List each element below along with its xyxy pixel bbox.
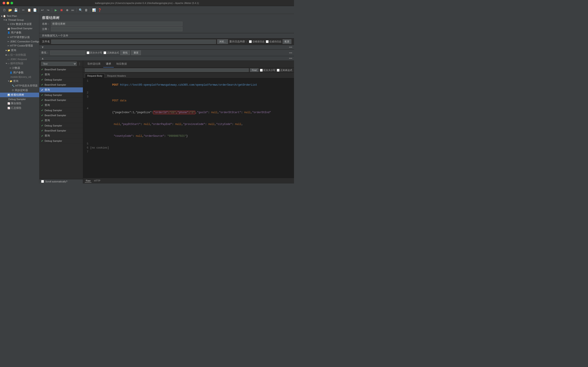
tree-item-user-params1[interactable]: 👤 用户参数 [0, 30, 39, 35]
tab-request[interactable]: 请求 [103, 61, 114, 67]
tab-response-data[interactable]: 响应数据 [114, 61, 130, 67]
all-data-row: 所有数据写入一个文件 [39, 33, 294, 38]
code-regex-checkbox[interactable] [277, 69, 280, 72]
list-item[interactable]: ✔ 查询 [39, 118, 83, 123]
tree-item-csv[interactable]: ✂ CSV 数据文件设置 [0, 22, 39, 26]
copy-btn[interactable]: 📋 [26, 8, 32, 13]
redo-btn[interactable]: ↪ [45, 8, 51, 13]
save-btn[interactable]: 💾 [13, 8, 18, 13]
name-input[interactable] [51, 22, 182, 26]
tree-label: CSV 数据文件设置 [10, 23, 32, 26]
list-item[interactable]: ✔ 查询 [39, 103, 83, 108]
code-find-button[interactable]: Find [250, 68, 259, 72]
list-item[interactable]: ✔ BeanShell Sampler [39, 128, 83, 133]
cut-btn[interactable]: ✂ [21, 8, 26, 13]
check-icon: ✔ [41, 104, 43, 107]
code-case-label[interactable]: 区分大小写 [260, 69, 275, 72]
tree-item-loop-ctrl[interactable]: ▼ ▭ 循环控制器 [0, 61, 39, 66]
sampler-list-dots[interactable]: ⋮ [78, 62, 81, 66]
browse-button[interactable]: 浏览... [217, 39, 228, 44]
case-sensitive-checkbox[interactable] [87, 51, 89, 54]
comment-input[interactable] [51, 27, 182, 31]
tree-item-thread-group[interactable]: ▼ ⚙ Thread Group [0, 18, 39, 22]
find-label: 查找： [41, 51, 49, 55]
tree-item-counter[interactable]: ✂ 计数器 [0, 66, 39, 70]
list-item[interactable]: ✔ Debug Sampler [39, 93, 83, 98]
error-only-label[interactable]: 仅错误日志 [249, 40, 264, 43]
sampler-dropdown[interactable]: Text [41, 62, 77, 66]
tree-item-beanshell1[interactable]: ☕ BeanShell Sampler [0, 26, 39, 30]
filename-input[interactable] [51, 40, 216, 44]
tree-item-once-ctrl[interactable]: ▶ ▭ 仅一次控制器 [0, 53, 39, 57]
code-find-input[interactable] [85, 68, 249, 72]
search-tool-btn[interactable]: 🔍 [78, 8, 83, 13]
window-controls[interactable] [3, 2, 13, 4]
tree-item-jdbc-req[interactable]: ▭ JDBC Request [0, 57, 39, 61]
list-item[interactable]: ✔ Debug Sampler [39, 139, 83, 143]
stop-btn[interactable]: ⏹ [59, 8, 64, 13]
tree-item-result-tree[interactable]: 📊 察看结果树 [0, 93, 39, 97]
close-button[interactable] [3, 2, 5, 4]
list-item[interactable]: ✔ 查询 [39, 133, 83, 139]
remote-btn[interactable]: ⏭ [70, 8, 76, 13]
tree-item-summary-report[interactable]: 📈 汇总报告 [0, 106, 39, 110]
req-tab-body[interactable]: Request Body [85, 74, 105, 78]
list-item[interactable]: ✔ BeanShell Sampler [39, 67, 83, 72]
req-tab-headers[interactable]: Request Headers [105, 74, 128, 78]
tree-item-http-header[interactable]: 🔧 HTTP信息头管理器 [0, 83, 39, 88]
case-sensitive-label[interactable]: 区分大小写 [87, 51, 102, 54]
tree-item-cookie[interactable]: ✂ HTTP Cookie管理器 [0, 43, 39, 48]
case-sensitive-text: 区分大小写 [90, 51, 102, 54]
tree-item-debug-sampler1[interactable]: Debug Sampler [0, 97, 39, 101]
regex-checkbox[interactable] [104, 51, 106, 54]
list-item[interactable]: ✔ Debug Sampler [39, 123, 83, 128]
scroll-auto-checkbox[interactable] [41, 180, 44, 183]
bottom-tab-raw[interactable]: Raw [85, 179, 91, 183]
success-only-label[interactable]: 仅成功日志 [266, 40, 281, 43]
tree-item-query2[interactable]: ▼ 📁 查询 [0, 79, 39, 83]
minimize-button[interactable] [7, 2, 9, 4]
list-item[interactable]: ✔ Debug Sampler [39, 108, 83, 113]
expand-arrow: ▼ [8, 80, 10, 82]
tree-panel: ▶ 📋 Test Plan ▼ ⚙ Thread Group ✂ CSV 数据文… [0, 14, 39, 184]
list-item[interactable]: ✔ BeanShell Sampler [39, 98, 83, 103]
run-btn[interactable]: ▶ [53, 8, 58, 13]
tree-item-http-default[interactable]: ✂ HTTP请求默认值 [0, 35, 39, 40]
code-regex-label[interactable]: 正则表达式 [277, 69, 292, 72]
find-button[interactable]: 查找 [120, 50, 130, 55]
list-item[interactable]: ✔ BeanShell Sampler [39, 82, 83, 87]
find-input[interactable] [50, 51, 85, 55]
tree-item-jdbc[interactable]: ✂ JDBC Connection Configuration [0, 40, 39, 43]
tree-item-test-plan[interactable]: ▶ 📋 Test Plan [0, 14, 39, 18]
bottom-tab-http[interactable]: HTTP [93, 179, 101, 183]
maximize-button[interactable] [10, 2, 13, 4]
success-only-checkbox[interactable] [266, 40, 269, 43]
code-case-checkbox[interactable] [260, 69, 263, 72]
record-btn[interactable]: ⏺ [65, 8, 70, 13]
list-item[interactable]: ✔ BeanShell Sampler [39, 113, 83, 118]
reset-button[interactable]: 重置 [131, 50, 141, 55]
list-item[interactable]: ✔ 查询 [39, 72, 83, 77]
code-line-7: 7 [83, 150, 294, 154]
detail-tabs: 取样器结果 请求 响应数据 [83, 61, 294, 68]
tree-item-agg-report[interactable]: 📈 聚合报告 [0, 101, 39, 106]
tree-item-timer[interactable]: ⏱ 同步定时器 [0, 88, 39, 93]
list-item[interactable]: ✔ Debug Sampler [39, 77, 83, 82]
config-button[interactable]: 配置 [283, 39, 291, 44]
code-area[interactable]: 1 POST https://test05-openplatformwsgate… [83, 78, 294, 178]
list-btn[interactable]: 📊 [91, 8, 96, 13]
tree-item-mobile[interactable]: mobile:${every_id} [0, 75, 39, 79]
error-only-checkbox[interactable] [249, 40, 252, 43]
tree-item-query1[interactable]: ▶ 📁 查询 [0, 48, 39, 53]
open-btn[interactable]: 📂 [8, 8, 13, 13]
clear-btn[interactable]: 🗑 [84, 8, 89, 13]
help-btn[interactable]: ❓ [97, 8, 102, 13]
paste-btn[interactable]: 📑 [32, 8, 37, 13]
regex-label[interactable]: 正则表达式 [104, 51, 119, 54]
undo-btn[interactable]: ↩ [40, 8, 45, 13]
tree-item-user-params2[interactable]: 👤 用户参数 [0, 70, 39, 75]
list-item-active[interactable]: ✔ 查询 [39, 87, 83, 93]
tab-sampler-result[interactable]: 取样器结果 [85, 61, 103, 67]
dots1: ••• [289, 45, 292, 49]
new-btn[interactable]: 🗋 [2, 8, 7, 13]
